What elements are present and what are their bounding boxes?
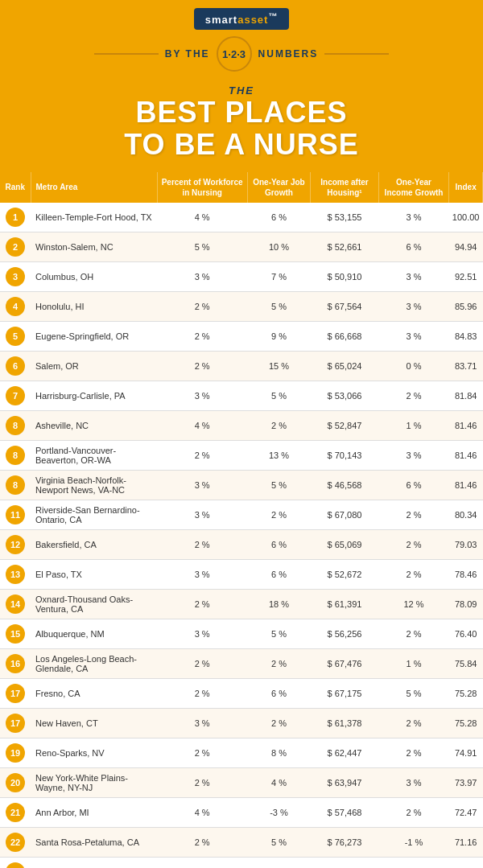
job-growth-cell: 2 % xyxy=(247,500,311,529)
col-pct-nursing: Percent of Workforce in Nursing xyxy=(157,172,247,203)
income-growth-cell: 3 % xyxy=(378,767,449,797)
table-row: 2Winston-Salem, NC5 %10 %$ 52,6616 %94.9… xyxy=(0,232,483,261)
rank-cell: 8 xyxy=(0,470,31,500)
table-row: 13El Paso, TX3 %6 %$ 52,6722 %78.46 xyxy=(0,559,483,589)
metro-cell: Asheville, NC xyxy=(31,410,157,440)
pct-nursing-cell: 2 % xyxy=(157,589,247,619)
metro-cell: Reno-Sparks, NV xyxy=(31,738,157,767)
rank-badge: 7 xyxy=(6,386,25,405)
rank-cell: 19 xyxy=(0,738,31,767)
index-cell: 76.40 xyxy=(449,619,483,648)
income-cell: $ 50,910 xyxy=(311,261,378,291)
rank-badge: 15 xyxy=(6,624,25,644)
pct-nursing-cell: 2 % xyxy=(157,857,247,868)
pct-nursing-cell: 4 % xyxy=(157,203,247,232)
pct-nursing-cell: 2 % xyxy=(157,351,247,381)
col-metro: Metro Area xyxy=(31,172,157,203)
pct-nursing-cell: 3 % xyxy=(157,559,247,589)
rank-cell: 11 xyxy=(0,500,31,529)
income-cell: $ 67,564 xyxy=(311,291,378,321)
metro-cell: Santa Rosa-Petaluma, CA xyxy=(31,827,157,857)
rank-cell: 3 xyxy=(0,261,31,291)
table-row: 5Eugene-Springfield, OR2 %9 %$ 66,6683 %… xyxy=(0,321,483,351)
pct-nursing-cell: 2 % xyxy=(157,738,247,767)
pct-nursing-cell: 3 % xyxy=(157,708,247,738)
income-growth-cell: 0 % xyxy=(378,351,449,381)
index-cell: 75.28 xyxy=(449,678,483,708)
income-growth-cell: 3 % xyxy=(378,261,449,291)
income-cell: $ 67,080 xyxy=(311,500,378,529)
income-cell: $ 70,143 xyxy=(311,440,378,470)
income-growth-cell: 2 % xyxy=(378,529,449,559)
col-job-growth: One-Year Job Growth xyxy=(247,172,311,203)
rank-badge: 8 xyxy=(6,475,25,495)
income-growth-cell: 2 % xyxy=(378,857,449,868)
rank-badge: 22 xyxy=(6,833,25,852)
job-growth-cell: 6 % xyxy=(247,203,311,232)
rank-cell: 16 xyxy=(0,648,31,678)
income-cell: $ 63,947 xyxy=(311,767,378,797)
metro-cell: Anchorage, AK xyxy=(31,857,157,868)
metro-cell: New Haven, CT xyxy=(31,708,157,738)
income-cell: $ 61,378 xyxy=(311,708,378,738)
table-row: 8Asheville, NC4 %2 %$ 52,8471 %81.46 xyxy=(0,410,483,440)
by-text: BY THE xyxy=(165,48,210,60)
job-growth-cell: 4 % xyxy=(247,767,311,797)
index-cell: 78.09 xyxy=(449,589,483,619)
rank-cell: 4 xyxy=(0,291,31,321)
job-growth-cell: 5 % xyxy=(247,619,311,648)
job-growth-cell: 6 % xyxy=(247,529,311,559)
rank-badge: 11 xyxy=(6,505,25,525)
index-cell: 92.51 xyxy=(449,261,483,291)
table-row: 7Harrisburg-Carlisle, PA3 %5 %$ 53,0662 … xyxy=(0,381,483,410)
rank-cell: 7 xyxy=(0,381,31,410)
job-growth-cell: 2 % xyxy=(247,708,311,738)
table-header-row: Rank Metro Area Percent of Workforce in … xyxy=(0,172,483,203)
rank-cell: 8 xyxy=(0,410,31,440)
income-growth-cell: 2 % xyxy=(378,797,449,827)
income-growth-cell: 2 % xyxy=(378,738,449,767)
index-cell: 81.46 xyxy=(449,470,483,500)
rank-cell: 8 xyxy=(0,440,31,470)
income-growth-cell: 3 % xyxy=(378,440,449,470)
pct-nursing-cell: 3 % xyxy=(157,500,247,529)
pct-nursing-cell: 2 % xyxy=(157,648,247,678)
pct-nursing-cell: 3 % xyxy=(157,619,247,648)
job-growth-cell: 8 % xyxy=(247,738,311,767)
table-row: 8Portland-Vancouver-Beaverton, OR-WA2 %1… xyxy=(0,440,483,470)
rank-badge: 20 xyxy=(6,773,25,792)
job-growth-cell: 5 % xyxy=(247,381,311,410)
metro-cell: Columbus, OH xyxy=(31,261,157,291)
metro-cell: Portland-Vancouver-Beaverton, OR-WA xyxy=(31,440,157,470)
income-growth-cell: 2 % xyxy=(378,708,449,738)
index-cell: 79.03 xyxy=(449,529,483,559)
rank-badge: 23 xyxy=(6,862,25,868)
rank-badge: 19 xyxy=(6,743,25,763)
logo-text: smartasset™ xyxy=(205,14,279,26)
index-cell: 72.47 xyxy=(449,797,483,827)
table-row: 15Albuquerque, NM3 %5 %$ 56,2562 %76.40 xyxy=(0,619,483,648)
rank-badge: 16 xyxy=(6,654,25,673)
income-growth-cell: 2 % xyxy=(378,559,449,589)
metro-cell: Harrisburg-Carlisle, PA xyxy=(31,381,157,410)
table-row: 21Ann Arbor, MI4 %-3 %$ 57,4682 %72.47 xyxy=(0,797,483,827)
rank-badge: 12 xyxy=(6,535,25,554)
index-cell: 83.71 xyxy=(449,351,483,381)
pct-nursing-cell: 3 % xyxy=(157,261,247,291)
job-growth-cell: 5 % xyxy=(247,291,311,321)
metro-cell: Salem, OR xyxy=(31,351,157,381)
income-cell: $ 53,066 xyxy=(311,381,378,410)
rank-badge: 14 xyxy=(6,594,25,614)
job-growth-cell: 9 % xyxy=(247,321,311,351)
rank-cell: 5 xyxy=(0,321,31,351)
rank-cell: 2 xyxy=(0,232,31,261)
index-cell: 75.84 xyxy=(449,648,483,678)
table-row: 17Fresno, CA2 %6 %$ 67,1755 %75.28 xyxy=(0,678,483,708)
rank-cell: 17 xyxy=(0,708,31,738)
metro-cell: El Paso, TX xyxy=(31,559,157,589)
numbers-text: NUMBERS xyxy=(258,48,319,60)
pct-nursing-cell: 3 % xyxy=(157,381,247,410)
table-row: 16Los Angeles-Long Beach-Glendale, CA2 %… xyxy=(0,648,483,678)
pct-nursing-cell: 2 % xyxy=(157,291,247,321)
job-growth-cell: 15 % xyxy=(247,351,311,381)
